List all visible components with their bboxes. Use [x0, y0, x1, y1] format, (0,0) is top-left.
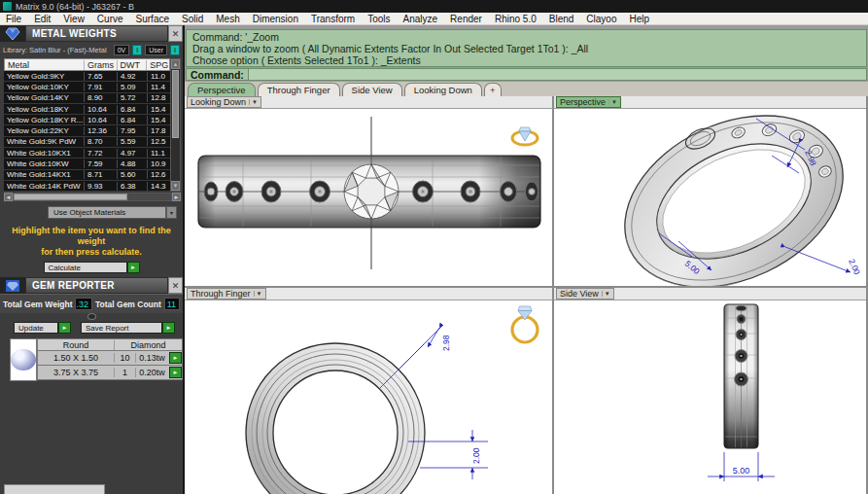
- panel-splitter[interactable]: [0, 313, 183, 320]
- scrollbar-thumb[interactable]: [172, 70, 179, 138]
- table-row[interactable]: Yellow Gold:14KY8.905.7212.8: [4, 93, 170, 104]
- table-row[interactable]: White Gold:14K PdW9.936.3814.3: [4, 181, 170, 192]
- viewport-label-perspective[interactable]: Perspective ▼: [556, 96, 621, 108]
- table-row[interactable]: Yellow Gold:9KY7.654.9211.0: [4, 71, 170, 82]
- menu-item-dimension[interactable]: Dimension: [253, 14, 298, 24]
- scroll-down-icon[interactable]: ▼: [171, 181, 180, 191]
- update-button[interactable]: Update: [14, 322, 58, 334]
- menu-item-rhino-5-0[interactable]: Rhino 5.0: [495, 14, 537, 24]
- menu-item-edit[interactable]: Edit: [34, 14, 51, 24]
- metal-table-vscrollbar[interactable]: ▲ ▼: [170, 58, 181, 192]
- grams-cell: 8.70: [84, 137, 117, 146]
- scroll-right-icon[interactable]: ►: [172, 193, 181, 201]
- through-finger-drawing[interactable]: 2.98 2.00: [185, 300, 552, 494]
- table-row[interactable]: White Gold:10KX17.724.9711.1: [4, 148, 170, 159]
- chevron-down-icon[interactable]: ▼: [254, 291, 262, 297]
- gem-reporter-close-icon[interactable]: ✕: [168, 277, 183, 294]
- table-row[interactable]: White Gold:9K PdW8.705.5912.5: [4, 137, 170, 148]
- menu-item-file[interactable]: File: [6, 14, 21, 24]
- viewport-label-looking-down[interactable]: Looking Down ▼: [187, 96, 261, 108]
- menu-item-surface[interactable]: Surface: [136, 14, 169, 24]
- spg-cell: 11.1: [147, 149, 170, 158]
- menu-item-clayoo[interactable]: Clayoo: [586, 14, 616, 24]
- metal-weights-close-icon[interactable]: ✕: [168, 25, 183, 42]
- scroll-up-icon[interactable]: ▲: [171, 59, 180, 69]
- viewport-through-finger[interactable]: Through Finger ▼: [185, 288, 552, 494]
- spg-cell: 12.5: [147, 137, 170, 146]
- gem-table-row[interactable]: 1.50 X 1.50100.13tw►: [37, 351, 183, 366]
- total-gem-count-value: 11: [164, 298, 180, 310]
- update-go-icon[interactable]: ►: [58, 322, 71, 334]
- side-view-drawing[interactable]: 5.00: [554, 300, 866, 494]
- table-row[interactable]: Yellow Gold:18KY R...10.646.8415.4: [4, 115, 170, 125]
- menu-item-transform[interactable]: Transform: [311, 14, 355, 24]
- command-history-line: Drag a window to zoom ( All Dynamic Exte…: [192, 43, 860, 54]
- tab-side-view[interactable]: Side View: [342, 83, 402, 96]
- looking-down-drawing[interactable]: [185, 109, 552, 286]
- perspective-drawing[interactable]: 2.98 5.00 2.00: [554, 109, 866, 286]
- command-input[interactable]: [248, 68, 867, 81]
- spg-cell: 14.3: [147, 182, 170, 191]
- table-row[interactable]: Yellow Gold:10KY7.915.0911.4: [4, 82, 170, 92]
- tab-through-finger[interactable]: Through Finger: [258, 83, 340, 96]
- viewport-tab-bar: PerspectiveThrough FingerSide ViewLookin…: [185, 82, 868, 96]
- table-row[interactable]: Yellow Gold:18KY10.646.8415.4: [4, 104, 170, 115]
- viewport-label-through-finger[interactable]: Through Finger ▼: [187, 288, 266, 300]
- scrollbar-thumb[interactable]: [14, 194, 127, 200]
- menu-item-tools[interactable]: Tools: [367, 14, 390, 24]
- chevron-down-icon[interactable]: ▼: [608, 99, 617, 105]
- menu-item-mesh[interactable]: Mesh: [216, 14, 239, 24]
- ring-orientation-icon: [512, 127, 538, 145]
- use-object-materials-dropdown[interactable]: Use Object Materials: [48, 206, 166, 219]
- menu-bar: FileEditViewCurveSurfaceSolidMeshDimensi…: [0, 13, 868, 25]
- scroll-left-icon[interactable]: ◄: [4, 193, 13, 201]
- table-row[interactable]: White Gold:10KW7.594.8810.9: [4, 159, 170, 169]
- menu-item-render[interactable]: Render: [450, 14, 482, 24]
- dwt-cell: 6.38: [117, 182, 147, 191]
- gem-size-cell: 1.50 X 1.50: [38, 353, 114, 363]
- menu-item-help[interactable]: Help: [629, 14, 649, 24]
- viewport-side-view[interactable]: Side View ▼: [554, 288, 866, 494]
- chevron-down-icon[interactable]: ▼: [602, 291, 610, 297]
- splitter-knob-icon[interactable]: [87, 313, 96, 320]
- calculate-go-icon[interactable]: ►: [127, 262, 140, 273]
- tab-perspective[interactable]: Perspective: [188, 83, 256, 96]
- viewport-label-side-view[interactable]: Side View ▼: [556, 288, 614, 300]
- save-report-button[interactable]: Save Report: [81, 322, 162, 334]
- table-row[interactable]: White Gold:14KX18.715.6012.6: [4, 170, 170, 181]
- dwt-cell: 7.95: [117, 126, 147, 135]
- save-report-go-icon[interactable]: ►: [162, 322, 175, 334]
- tab-looking-down[interactable]: Looking Down: [404, 83, 482, 96]
- metal-weights-instruction: Highlight the item you want to find the …: [6, 226, 177, 258]
- menu-item-analyze[interactable]: Analyze: [403, 14, 438, 24]
- gem-table-row[interactable]: 3.75 X 3.7510.20tw►: [37, 366, 183, 380]
- total-gem-weight-value: .32: [75, 298, 92, 310]
- grams-cell: 8.71: [84, 170, 117, 179]
- column-header-spg: SPG: [146, 60, 169, 70]
- user-toggle-button[interactable]: I: [170, 45, 180, 55]
- table-row[interactable]: Yellow Gold:22KY12.367.9517.8: [4, 125, 170, 136]
- gem-thumbnail[interactable]: [10, 338, 37, 381]
- metal-cell: White Gold:14K PdW: [4, 182, 84, 191]
- menu-item-curve[interactable]: Curve: [97, 14, 123, 24]
- gem-totals-row: Total Gem Weight .32 Total Gem Count 11: [0, 294, 183, 313]
- viewport-looking-down[interactable]: Looking Down ▼: [185, 96, 552, 286]
- gem-reporter-buttons: Update ► Save Report ►: [0, 320, 183, 337]
- menu-item-blend[interactable]: Blend: [549, 14, 574, 24]
- dropdown-arrow-icon[interactable]: ▾: [166, 206, 177, 219]
- calculate-button[interactable]: Calculate: [44, 262, 127, 273]
- spg-cell: 11.0: [147, 72, 170, 81]
- command-history-line: Choose option ( Extents Selected 1To1 ):…: [192, 54, 860, 66]
- ov-toggle-button[interactable]: I: [132, 45, 142, 55]
- viewport-perspective[interactable]: Perspective ▼: [554, 96, 866, 286]
- gem-go-icon[interactable]: ►: [169, 352, 182, 364]
- grams-cell: 7.91: [84, 83, 117, 91]
- gem-reporter-title: GEM REPORTER: [25, 277, 168, 294]
- chevron-down-icon[interactable]: ▼: [249, 99, 258, 105]
- spg-cell: 11.4: [147, 83, 170, 91]
- tab-add-viewport[interactable]: +: [484, 83, 502, 96]
- menu-item-solid[interactable]: Solid: [182, 14, 203, 24]
- menu-item-view[interactable]: View: [63, 14, 85, 24]
- metal-table-hscrollbar[interactable]: ◄ ►: [4, 193, 181, 201]
- gem-go-icon[interactable]: ►: [169, 367, 182, 378]
